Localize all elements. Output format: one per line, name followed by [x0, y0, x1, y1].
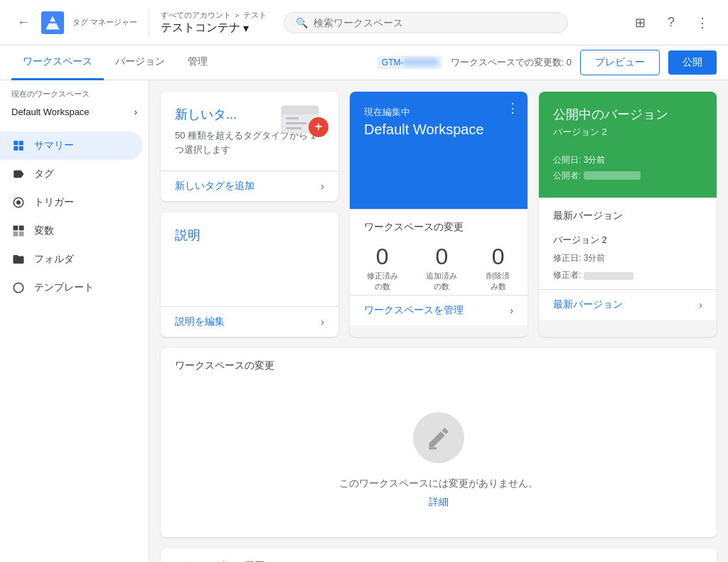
back-button[interactable]: ←: [11, 9, 36, 36]
workspace-section: 現在のワークスペース Default Workspace ›: [0, 80, 149, 126]
new-tag-chevron: ›: [321, 180, 324, 192]
column-2: 現在編集中 Default Workspace ⋮ ワークスペースの変更 0 修…: [350, 92, 528, 337]
added-count: 0 追加済みの数: [424, 245, 461, 292]
header-title-group: タグ マネージャー: [73, 17, 137, 28]
activity-section[interactable]: アクティビティ履歴 ›: [161, 549, 717, 562]
editing-menu-button[interactable]: ⋮: [506, 100, 519, 116]
workspace-changes-empty-state: このワークスペースには変更がありません。 詳細: [161, 384, 717, 537]
search-icon: 🔍: [296, 17, 308, 28]
latest-version-chevron: ›: [699, 299, 702, 310]
sidebar-item-summary[interactable]: サマリー: [0, 131, 143, 160]
publish-button[interactable]: 公開: [668, 50, 717, 75]
sidebar-item-label: 変数: [34, 225, 54, 237]
sidebar-item-label: フォルダ: [34, 253, 74, 266]
latest-version-title: 最新バージョン: [539, 198, 717, 228]
svg-rect-16: [286, 117, 299, 119]
manage-workspace-chevron: ›: [510, 305, 513, 316]
grid-icon-button[interactable]: ⊞: [626, 9, 654, 37]
publisher-blurred: [584, 171, 641, 180]
header-actions: ⊞ ? ⋮: [626, 9, 717, 37]
sidebar-item-variables[interactable]: 変数: [0, 217, 143, 245]
svg-text:+: +: [315, 119, 323, 134]
editing-spacer: [364, 180, 513, 195]
new-tag-illustration: +: [280, 100, 330, 139]
variable-icon: [11, 224, 26, 238]
svg-rect-10: [19, 226, 24, 231]
modifier-blurred: [584, 272, 633, 280]
new-tag-card: 新しいタ... 50 種類を超えるタグタイプから 1 つ選択します: [161, 92, 338, 201]
published-by-row: 公開者:: [553, 168, 702, 184]
nav-tabs-right: GTM-XXXXXX ワークスペースでの変更数: 0 プレビュー 公開: [378, 50, 717, 75]
search-area: 🔍: [284, 12, 568, 33]
latest-modifier-row: 修正者:: [553, 266, 702, 283]
workspace-chevron: ›: [134, 107, 137, 117]
svg-rect-2: [48, 21, 56, 23]
svg-point-8: [16, 200, 21, 205]
editing-card: 現在編集中 Default Workspace ⋮: [350, 92, 528, 209]
workspace-changes-card: ワークスペースの変更 0 修正済みの数 0 追加済みの数 0 削除済み数: [350, 209, 528, 325]
description-link[interactable]: 説明を編集 ›: [161, 306, 338, 337]
manage-workspace-link[interactable]: ワークスペースを管理 ›: [350, 295, 528, 325]
summary-icon: [11, 139, 26, 153]
search-input[interactable]: [314, 17, 556, 28]
svg-rect-15: [282, 106, 318, 114]
main-content: 新しいタ... 50 種類を超えるタグタイプから 1 つ選択します: [149, 80, 728, 562]
svg-rect-12: [19, 232, 24, 237]
description-content: [175, 249, 324, 292]
cards-grid: 新しいタ... 50 種類を超えるタグタイプから 1 つ選択します: [161, 92, 717, 337]
folder-icon: [11, 252, 26, 266]
column-3: 公開中のバージョン バージョン 2 公開日: 3分前 公開者:: [539, 92, 717, 337]
preview-button[interactable]: プレビュー: [580, 50, 660, 75]
new-tag-link[interactable]: 新しいタグを追加 ›: [161, 171, 338, 201]
workspace-label: 現在のワークスペース: [11, 89, 137, 99]
svg-rect-3: [14, 141, 18, 145]
tab-version[interactable]: バージョン: [104, 45, 176, 80]
sidebar-item-templates[interactable]: テンプレート: [0, 274, 143, 302]
published-version: バージョン 2: [553, 126, 702, 139]
template-icon: [11, 281, 26, 295]
nav-tabs-left: ワークスペース バージョン 管理: [11, 45, 219, 80]
sidebar-item-label: トリガー: [34, 196, 74, 209]
app-header: ← タグ マネージャー すべてのアカウント ＞ テスト テストコンテナ ▾ 🔍 …: [0, 0, 728, 45]
header-divider: [149, 9, 149, 37]
published-card: 公開中のバージョン バージョン 2 公開日: 3分前 公開者:: [539, 92, 717, 198]
workspace-selector[interactable]: Default Workspace ›: [11, 104, 137, 120]
svg-rect-11: [14, 232, 18, 237]
sidebar-item-label: テンプレート: [34, 281, 94, 294]
gtm-id-badge: GTM-XXXXXX: [378, 56, 442, 69]
more-icon-button[interactable]: ⋮: [688, 9, 717, 37]
app-name: タグ マネージャー: [73, 17, 137, 28]
tab-workspace[interactable]: ワークスペース: [11, 45, 104, 80]
svg-rect-9: [14, 226, 18, 231]
header-left: ← タグ マネージャー: [11, 9, 137, 36]
editing-label: 現在編集中: [364, 106, 513, 119]
latest-version-link[interactable]: 最新バージョン ›: [539, 289, 717, 320]
empty-state-text: このワークスペースには変更がありません。: [339, 477, 538, 490]
help-icon-button[interactable]: ?: [657, 9, 685, 37]
sidebar-item-tags[interactable]: タグ: [0, 160, 143, 188]
sidebar: 現在のワークスペース Default Workspace › サマリー タグ: [0, 80, 149, 562]
container-name[interactable]: テストコンテナ ▾: [161, 21, 267, 36]
breadcrumb: すべてのアカウント ＞ テスト: [161, 10, 267, 21]
sidebar-item-folders[interactable]: フォルダ: [0, 245, 143, 274]
latest-version-card: 最新バージョン バージョン 2 修正日: 3分前 修正者: 最新バ: [539, 198, 717, 320]
description-card: 説明 説明を編集 ›: [161, 212, 338, 337]
svg-rect-6: [19, 146, 23, 151]
svg-rect-18: [286, 127, 301, 129]
svg-rect-4: [19, 141, 23, 145]
trigger-icon: [11, 195, 26, 210]
published-title: 公開中のバージョン: [553, 106, 702, 123]
empty-state-icon: [413, 412, 464, 463]
container-selector[interactable]: すべてのアカウント ＞ テスト テストコンテナ ▾: [161, 10, 267, 36]
activity-section-header[interactable]: アクティビティ履歴 ›: [161, 549, 717, 562]
changes-count: ワークスペースでの変更数: 0: [451, 56, 572, 69]
empty-state-link[interactable]: 詳細: [429, 496, 449, 509]
sidebar-nav: サマリー タグ トリガー 変数: [0, 131, 149, 302]
tab-admin[interactable]: 管理: [176, 45, 219, 80]
deleted-count: 0 削除済み数: [483, 245, 513, 292]
change-counts: 0 修正済みの数 0 追加済みの数 0 削除済み数: [350, 239, 528, 295]
sidebar-item-triggers[interactable]: トリガー: [0, 188, 143, 217]
latest-version-name: バージョン 2: [553, 231, 702, 249]
search-box[interactable]: 🔍: [284, 12, 568, 33]
published-info: 公開日: 3分前 公開者:: [553, 153, 702, 183]
